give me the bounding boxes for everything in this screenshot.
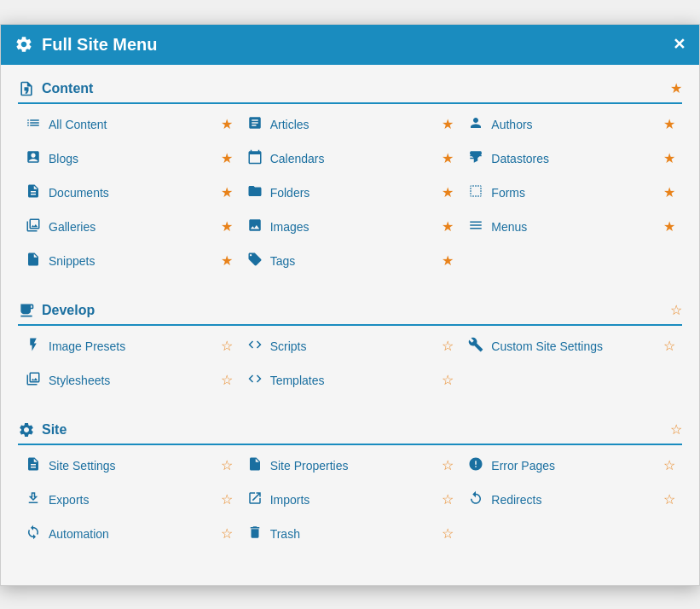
- trash-label[interactable]: Trash: [270, 527, 431, 541]
- all-content-label[interactable]: All Content: [49, 118, 209, 131]
- calendars-label[interactable]: Calendars: [270, 152, 431, 165]
- redirects-star[interactable]: ☆: [663, 491, 675, 508]
- exports-star[interactable]: ☆: [221, 491, 233, 508]
- imports-icon: [246, 490, 263, 509]
- forms-star[interactable]: ★: [663, 184, 675, 200]
- list-item: Menus ★: [460, 210, 682, 244]
- scripts-icon: [246, 337, 263, 356]
- articles-label[interactable]: Articles: [270, 118, 431, 131]
- list-item: Templates ☆: [240, 363, 461, 397]
- section-header-content: Content ★: [18, 73, 682, 104]
- error-pages-icon: [467, 456, 484, 475]
- automation-star[interactable]: ☆: [221, 525, 233, 542]
- menus-label[interactable]: Menus: [491, 220, 651, 234]
- error-pages-label[interactable]: Error Pages: [491, 459, 651, 473]
- blogs-label[interactable]: Blogs: [49, 152, 209, 165]
- list-item: Stylesheets ☆: [18, 363, 240, 397]
- develop-section-label: Develop: [42, 303, 95, 318]
- stylesheets-star[interactable]: ☆: [221, 372, 233, 388]
- authors-label[interactable]: Authors: [491, 118, 651, 131]
- list-item: Snippets ★: [18, 244, 240, 278]
- site-settings-label[interactable]: Site Settings: [49, 459, 209, 473]
- documents-label[interactable]: Documents: [49, 186, 209, 200]
- section-content: Content ★ All Content ★ Articles: [18, 73, 682, 278]
- images-star[interactable]: ★: [442, 218, 454, 235]
- list-item: Site Properties ☆: [240, 449, 461, 483]
- content-section-icon: [18, 80, 35, 97]
- list-item: Documents ★: [18, 176, 240, 210]
- section-header-develop: Develop ☆: [18, 295, 682, 326]
- list-item: Folders ★: [240, 176, 461, 210]
- content-section-star[interactable]: ★: [670, 80, 682, 96]
- menus-star[interactable]: ★: [663, 218, 675, 235]
- section-header-left-content: Content: [18, 80, 93, 97]
- trash-icon: [246, 525, 263, 543]
- list-item: All Content ★: [18, 107, 240, 142]
- empty-item: [460, 517, 682, 551]
- templates-star[interactable]: ☆: [442, 372, 454, 388]
- site-properties-label[interactable]: Site Properties: [270, 459, 431, 473]
- close-button[interactable]: ✕: [673, 35, 686, 54]
- articles-star[interactable]: ★: [442, 116, 454, 132]
- snippets-label[interactable]: Snippets: [49, 254, 209, 268]
- stylesheets-label[interactable]: Stylesheets: [49, 374, 209, 387]
- authors-star[interactable]: ★: [663, 116, 675, 132]
- scripts-star[interactable]: ☆: [442, 338, 454, 354]
- redirects-label[interactable]: Redirects: [491, 493, 651, 507]
- galleries-label[interactable]: Galleries: [49, 220, 209, 234]
- scripts-label[interactable]: Scripts: [270, 339, 431, 353]
- image-presets-label[interactable]: Image Presets: [49, 339, 209, 353]
- list-item: Articles ★: [240, 107, 461, 142]
- datastores-star[interactable]: ★: [663, 150, 675, 166]
- galleries-icon: [25, 218, 42, 236]
- documents-icon: [25, 183, 42, 202]
- develop-section-star[interactable]: ☆: [670, 302, 682, 318]
- tags-star[interactable]: ★: [442, 252, 454, 269]
- tags-label[interactable]: Tags: [270, 254, 431, 268]
- list-item: Scripts ☆: [240, 329, 461, 363]
- datastores-icon: [467, 149, 484, 168]
- list-item: Galleries ★: [18, 210, 240, 244]
- documents-star[interactable]: ★: [221, 184, 233, 200]
- snippets-star[interactable]: ★: [221, 252, 233, 269]
- blogs-icon: [25, 149, 42, 168]
- site-section-star[interactable]: ☆: [670, 421, 682, 438]
- automation-label[interactable]: Automation: [49, 527, 209, 541]
- custom-site-settings-star[interactable]: ☆: [663, 338, 675, 354]
- images-label[interactable]: Images: [270, 220, 431, 234]
- forms-label[interactable]: Forms: [491, 186, 651, 200]
- tags-icon: [246, 252, 263, 270]
- section-header-left-develop: Develop: [18, 302, 95, 319]
- authors-icon: [467, 115, 484, 134]
- blogs-star[interactable]: ★: [221, 150, 233, 166]
- custom-site-settings-label[interactable]: Custom Site Settings: [491, 339, 651, 353]
- templates-label[interactable]: Templates: [270, 374, 431, 387]
- datastores-label[interactable]: Datastores: [491, 152, 651, 165]
- image-presets-star[interactable]: ☆: [221, 338, 233, 354]
- forms-icon: [467, 183, 484, 202]
- site-properties-star[interactable]: ☆: [442, 457, 454, 473]
- gear-icon: [14, 35, 33, 54]
- list-item: Tags ★: [240, 244, 461, 278]
- folders-star[interactable]: ★: [442, 184, 454, 200]
- menus-icon: [467, 218, 484, 236]
- folders-label[interactable]: Folders: [270, 186, 431, 200]
- modal-header: Full Site Menu ✕: [1, 25, 699, 65]
- site-settings-star[interactable]: ☆: [221, 457, 233, 473]
- imports-star[interactable]: ☆: [442, 491, 454, 508]
- stylesheets-icon: [25, 371, 42, 390]
- error-pages-star[interactable]: ☆: [663, 457, 675, 473]
- galleries-star[interactable]: ★: [221, 218, 233, 235]
- exports-icon: [25, 490, 42, 509]
- calendars-star[interactable]: ★: [442, 150, 454, 166]
- exports-label[interactable]: Exports: [49, 493, 209, 507]
- automation-icon: [25, 525, 42, 543]
- site-grid: Site Settings ☆ Site Properties ☆ Error …: [18, 449, 682, 551]
- imports-label[interactable]: Imports: [270, 493, 431, 507]
- list-item: Automation ☆: [18, 517, 240, 551]
- trash-star[interactable]: ☆: [442, 525, 454, 542]
- site-section-label: Site: [42, 422, 67, 438]
- list-item: Images ★: [240, 210, 461, 244]
- all-content-star[interactable]: ★: [221, 116, 233, 132]
- calendars-icon: [246, 149, 263, 168]
